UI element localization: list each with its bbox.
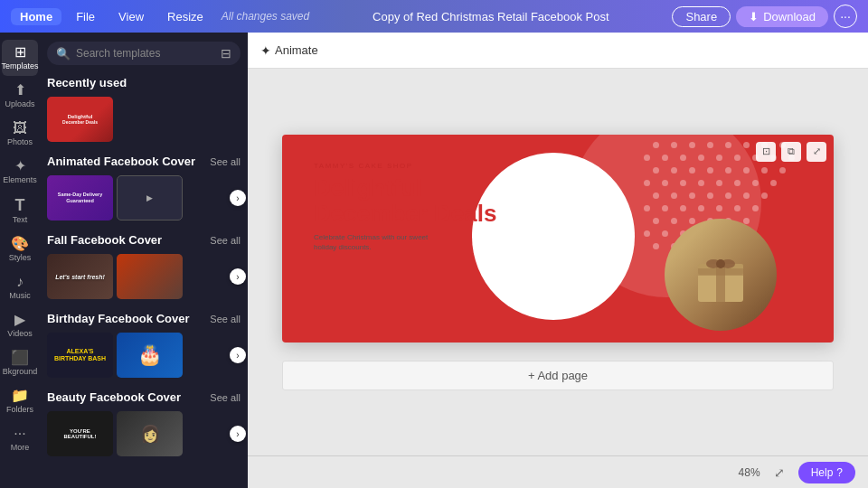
template-thumb-bday-2[interactable]: 🎂 [117, 333, 183, 378]
zoom-fit-button[interactable]: ⤢ [769, 463, 789, 483]
canvas-text-area: TAMMY'S CAKE SHOP Delightful December De… [314, 162, 496, 253]
styles-icon: 🎨 [11, 237, 29, 251]
help-label: Help [811, 466, 834, 479]
canvas-action-expand[interactable]: ⤢ [807, 142, 826, 162]
section-recently-used: Recently used Delightful December Deals [47, 76, 241, 142]
section-header-animated: Animated Facebook Cover See all [47, 155, 241, 168]
elements-label: Elements [3, 175, 37, 184]
canvas-action-copy[interactable]: ⧉ [781, 142, 801, 162]
svg-rect-3 [698, 268, 743, 276]
template-thumb-recent-1[interactable]: Delightful December Deals [47, 97, 113, 142]
section-header-beauty: Beauty Facebook Cover See all [47, 390, 241, 404]
beauty-templates: YOU'REBEAUTIFUL! 👩 › [47, 411, 241, 456]
section-title-birthday: Birthday Facebook Cover [47, 312, 190, 325]
recent-templates: Delightful December Deals [47, 97, 241, 142]
sidebar-item-uploads[interactable]: ⬆ Uploads [2, 78, 38, 114]
see-all-beauty[interactable]: See all [210, 392, 241, 403]
file-menu[interactable]: File [67, 6, 104, 27]
section-animated: Animated Facebook Cover See all Same-Day… [47, 155, 241, 221]
animate-icon: ✦ [260, 43, 271, 58]
template-thumb-beauty-1[interactable]: YOU'REBEAUTIFUL! [47, 411, 113, 456]
template-thumb-anim-2[interactable]: ▶ [117, 175, 183, 221]
sidebar-item-background[interactable]: ⬛ Bkground [2, 345, 38, 381]
beauty-chevron-right[interactable]: › [230, 426, 246, 442]
bottom-bar: 48% ⤢ Help ? [248, 455, 868, 488]
animated-chevron-right[interactable]: › [230, 190, 246, 206]
canvas-area: ✦ Animate [248, 33, 868, 488]
download-button[interactable]: ⬇ Download [736, 6, 828, 27]
see-all-fall[interactable]: See all [210, 235, 241, 246]
more-options-button[interactable]: ··· [834, 5, 857, 28]
section-birthday: Birthday Facebook Cover See all ALEXA'SB… [47, 312, 241, 378]
subtext: Celebrate Christmas with our sweet holid… [314, 232, 440, 252]
section-title-fall: Fall Facebook Cover [47, 233, 162, 247]
help-button[interactable]: Help ? [798, 462, 855, 483]
uploads-icon: ⬆ [14, 83, 26, 98]
view-menu[interactable]: View [109, 6, 153, 27]
filter-icon[interactable]: ⊟ [221, 46, 231, 61]
sidebar-item-elements[interactable]: ✦ Elements [2, 154, 38, 190]
folders-label: Folders [6, 405, 33, 414]
text-icon: T [15, 197, 25, 213]
sidebar-item-videos[interactable]: ▶ Videos [2, 307, 38, 343]
sidebar-item-music[interactable]: ♪ Music [2, 269, 38, 305]
elements-icon: ✦ [14, 159, 26, 174]
styles-label: Styles [9, 253, 32, 262]
videos-label: Videos [7, 329, 32, 338]
sidebar-item-photos[interactable]: 🖼 Photos [2, 116, 38, 152]
section-header-recent: Recently used [47, 76, 241, 89]
see-all-birthday[interactable]: See all [210, 314, 241, 324]
see-all-animated[interactable]: See all [210, 156, 241, 167]
main-area: ⊞ Templates ⬆ Uploads 🖼 Photos ✦ Element… [0, 33, 868, 488]
zoom-level: 48% [739, 466, 760, 479]
resize-menu[interactable]: Resize [158, 6, 212, 27]
sidebar-item-styles[interactable]: 🎨 Styles [2, 231, 38, 267]
template-thumb-fall-2[interactable] [117, 254, 183, 299]
save-status: All changes saved [222, 10, 309, 23]
search-icon: 🔍 [56, 47, 71, 61]
uploads-label: Uploads [5, 99, 34, 108]
search-input[interactable] [76, 47, 215, 60]
canvas-action-resize[interactable]: ⊡ [756, 142, 776, 162]
videos-icon: ▶ [14, 313, 25, 327]
sidebar-item-more[interactable]: ··· More [2, 421, 38, 457]
gift-image [665, 219, 777, 331]
templates-icon: ⊞ [14, 45, 26, 60]
sidebar-item-text[interactable]: T Text [2, 192, 38, 230]
animate-label: Animate [275, 43, 318, 57]
template-thumb-beauty-2[interactable]: 👩 [117, 411, 183, 456]
svg-point-6 [716, 259, 725, 268]
help-icon: ? [836, 466, 843, 479]
sidebar-panel: 🔍 ⊟ Recently used Delightful December De… [40, 33, 248, 488]
section-title-recent: Recently used [47, 76, 127, 89]
canvas-actions: ⊡ ⧉ ⤢ [756, 142, 826, 162]
templates-label: Templates [1, 61, 38, 70]
more-icon: ··· [14, 427, 25, 441]
add-page-button[interactable]: + Add page [282, 361, 834, 390]
folders-icon: 📁 [11, 389, 29, 403]
music-label: Music [9, 291, 31, 300]
animate-button[interactable]: ✦ Animate [260, 43, 318, 58]
section-header-fall: Fall Facebook Cover See all [47, 233, 241, 247]
fall-chevron-right[interactable]: › [230, 268, 246, 285]
icon-rail: ⊞ Templates ⬆ Uploads 🖼 Photos ✦ Element… [0, 33, 40, 488]
section-fall: Fall Facebook Cover See all Let's start … [47, 233, 241, 299]
sidebar-item-templates[interactable]: ⊞ Templates [2, 40, 38, 76]
text-label: Text [13, 215, 28, 224]
sidebar-item-folders[interactable]: 📁 Folders [2, 383, 38, 419]
shop-name-text: TAMMY'S CAKE SHOP [314, 162, 496, 170]
section-header-birthday: Birthday Facebook Cover See all [47, 312, 241, 325]
design-canvas[interactable]: TAMMY'S CAKE SHOP Delightful December De… [282, 135, 834, 343]
photos-label: Photos [7, 137, 33, 146]
birthday-chevron-right[interactable]: › [230, 347, 246, 363]
share-button[interactable]: Share [672, 6, 731, 27]
secondary-toolbar: ✦ Animate [248, 33, 868, 69]
background-label: Bkground [3, 367, 38, 376]
section-title-animated: Animated Facebook Cover [47, 155, 195, 168]
template-thumb-bday-1[interactable]: ALEXA'SBIRTHDAY BASH [47, 333, 113, 378]
photos-icon: 🖼 [13, 121, 27, 136]
template-thumb-anim-1[interactable]: Same-Day Delivery Guaranteed [47, 175, 113, 221]
template-thumb-fall-1[interactable]: Let's start fresh! [47, 254, 113, 299]
document-title: Copy of Red Christmas Retail Facebook Po… [315, 10, 666, 23]
home-button[interactable]: Home [11, 8, 61, 25]
